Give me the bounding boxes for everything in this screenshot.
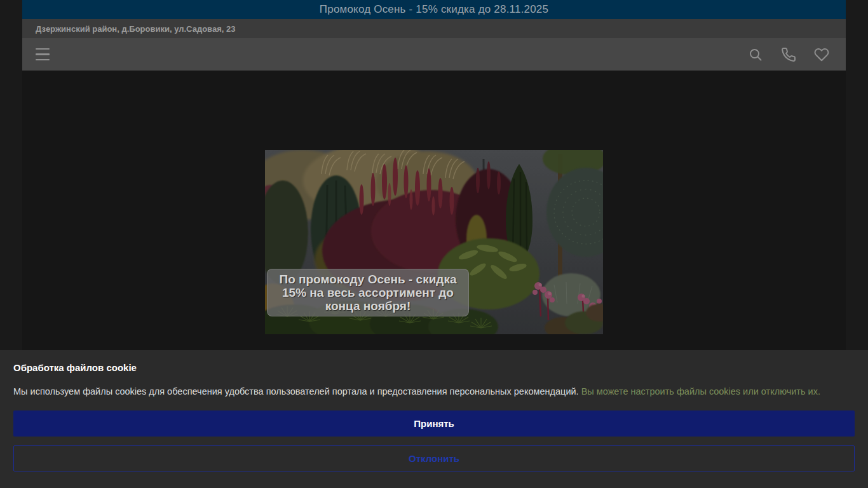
cookie-banner-message: Мы используем файлы cookies для обеспече…: [13, 386, 855, 396]
promo-bar-text: Промокод Осень - 15% скидка до 28.11.202…: [320, 3, 548, 16]
phone-icon: [781, 47, 796, 62]
cookie-banner-title: Обработка файлов cookie: [13, 362, 855, 373]
hamburger-menu-button[interactable]: [36, 46, 50, 64]
heart-icon: [814, 47, 829, 62]
address-bar: Дзержинский район, д.Боровики, ул.Садова…: [22, 19, 846, 38]
cookie-settings-link[interactable]: Вы можете настроить файлы cookies или от…: [581, 386, 820, 396]
favorites-button[interactable]: [811, 44, 832, 65]
hero-promo-overlay: По промокоду Осень - скидка 15% на весь …: [267, 269, 469, 316]
search-button[interactable]: [745, 44, 766, 65]
cookie-accept-button[interactable]: Принять: [13, 410, 855, 437]
hamburger-icon: [36, 48, 50, 50]
main-header: [22, 38, 846, 71]
cookie-decline-button[interactable]: Отклонить: [13, 445, 855, 471]
address-text: Дзержинский район, д.Боровики, ул.Садова…: [36, 24, 235, 34]
search-icon: [748, 47, 763, 62]
cookie-consent-banner: Обработка файлов cookie Мы используем фа…: [0, 350, 868, 488]
hero-banner[interactable]: По промокоду Осень - скидка 15% на весь …: [265, 150, 603, 334]
hamburger-icon: [36, 59, 50, 61]
phone-button[interactable]: [778, 44, 799, 65]
hero-promo-text: По промокоду Осень - скидка 15% на весь …: [273, 273, 463, 313]
hamburger-icon: [36, 53, 50, 55]
promo-bar: Промокод Осень - 15% скидка до 28.11.202…: [22, 0, 846, 19]
